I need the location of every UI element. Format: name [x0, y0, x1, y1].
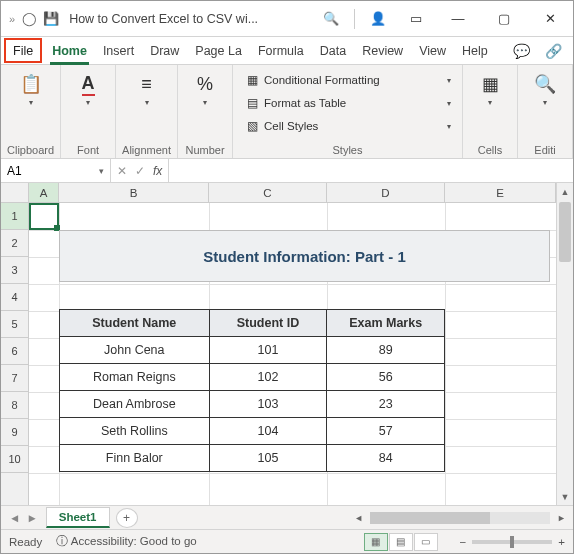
- row-header-8[interactable]: 8: [1, 392, 28, 419]
- cell-id[interactable]: 103: [209, 391, 327, 418]
- col-header-C[interactable]: C: [209, 183, 327, 202]
- cells-canvas[interactable]: Student Information: Part - 1 Student Na…: [29, 203, 556, 505]
- new-sheet-button[interactable]: +: [116, 508, 138, 528]
- cell-marks[interactable]: 23: [327, 391, 445, 418]
- scroll-up-icon[interactable]: ▲: [557, 183, 573, 200]
- account-icon[interactable]: 👤: [359, 1, 397, 37]
- column-headers: A B C D E: [1, 183, 556, 203]
- tab-insert[interactable]: Insert: [95, 37, 142, 64]
- zoom-control[interactable]: − +: [460, 536, 565, 548]
- tab-formulas[interactable]: Formula: [250, 37, 312, 64]
- group-alignment: ≡ ▾ Alignment: [116, 65, 178, 158]
- vertical-scrollbar[interactable]: ▲ ▼: [556, 183, 573, 505]
- group-number: % ▾ Number: [178, 65, 233, 158]
- editing-button[interactable]: 🔍 ▾: [524, 69, 566, 110]
- cell-name[interactable]: Roman Reigns: [60, 364, 210, 391]
- percent-icon: %: [193, 72, 217, 96]
- row-header-7[interactable]: 7: [1, 365, 28, 392]
- maximize-button[interactable]: ▢: [481, 1, 527, 37]
- alignment-button[interactable]: ≡ ▾: [126, 69, 168, 110]
- group-label-number: Number: [185, 142, 224, 156]
- cell-id[interactable]: 101: [209, 337, 327, 364]
- scroll-thumb[interactable]: [559, 202, 571, 262]
- cell-marks[interactable]: 84: [327, 445, 445, 472]
- row-header-6[interactable]: 6: [1, 338, 28, 365]
- name-box-value: A1: [7, 164, 22, 178]
- qat-overflow-icon[interactable]: »: [9, 13, 15, 25]
- status-accessibility[interactable]: ⓘ Accessibility: Good to go: [56, 534, 196, 549]
- cell-name[interactable]: John Cena: [60, 337, 210, 364]
- conditional-formatting-button[interactable]: ▦Conditional Formatting▾: [239, 69, 456, 91]
- row-header-5[interactable]: 5: [1, 311, 28, 338]
- col-header-B[interactable]: B: [59, 183, 209, 202]
- sheet-nav-prev-icon[interactable]: ◄: [9, 512, 20, 524]
- th-id: Student ID: [209, 310, 327, 337]
- sheet-nav-next-icon[interactable]: ►: [26, 512, 37, 524]
- formula-buttons: ✕ ✓ fx: [111, 159, 169, 182]
- hscroll-right-icon[interactable]: ►: [554, 513, 569, 523]
- tab-view[interactable]: View: [411, 37, 454, 64]
- paste-button[interactable]: 📋 ▾: [10, 69, 52, 110]
- th-name: Student Name: [60, 310, 210, 337]
- tab-review[interactable]: Review: [354, 37, 411, 64]
- view-page-break-button[interactable]: ▭: [414, 533, 438, 551]
- cell-id[interactable]: 102: [209, 364, 327, 391]
- cell-id[interactable]: 104: [209, 418, 327, 445]
- tab-help[interactable]: Help: [454, 37, 496, 64]
- cell-styles-button[interactable]: ▧Cell Styles▾: [239, 115, 456, 137]
- cancel-icon[interactable]: ✕: [117, 164, 127, 178]
- sheet-title: Student Information: Part - 1: [59, 230, 550, 282]
- cells-button[interactable]: ▦ ▾: [469, 69, 511, 110]
- horizontal-scrollbar[interactable]: ◄ ►: [351, 512, 573, 524]
- view-normal-button[interactable]: ▦: [364, 533, 388, 551]
- row-header-2[interactable]: 2: [1, 230, 28, 257]
- col-header-E[interactable]: E: [445, 183, 556, 202]
- comments-icon[interactable]: 💬: [505, 37, 537, 65]
- share-icon[interactable]: 🔗: [537, 37, 569, 65]
- row-header-1[interactable]: 1: [1, 203, 28, 230]
- col-header-A[interactable]: A: [29, 183, 59, 202]
- search-icon[interactable]: 🔍: [312, 1, 350, 37]
- sheet-tab-active[interactable]: Sheet1: [46, 507, 110, 528]
- tab-file[interactable]: File: [4, 38, 42, 63]
- select-all-corner[interactable]: [1, 183, 29, 202]
- row-header-9[interactable]: 9: [1, 419, 28, 446]
- minimize-button[interactable]: —: [435, 1, 481, 37]
- row-header-4[interactable]: 4: [1, 284, 28, 311]
- tab-page-layout[interactable]: Page La: [187, 37, 250, 64]
- zoom-slider[interactable]: [472, 540, 552, 544]
- cell-name[interactable]: Dean Ambrose: [60, 391, 210, 418]
- format-as-table-button[interactable]: ▤Format as Table▾: [239, 92, 456, 114]
- tab-draw[interactable]: Draw: [142, 37, 187, 64]
- name-box-dropdown-icon[interactable]: ▾: [99, 166, 104, 176]
- tab-data[interactable]: Data: [312, 37, 354, 64]
- cell-marks[interactable]: 56: [327, 364, 445, 391]
- row-header-3[interactable]: 3: [1, 257, 28, 284]
- hscroll-left-icon[interactable]: ◄: [351, 513, 366, 523]
- name-box[interactable]: A1 ▾: [1, 159, 111, 182]
- col-header-D[interactable]: D: [327, 183, 445, 202]
- cell-marks[interactable]: 89: [327, 337, 445, 364]
- row-header-10[interactable]: 10: [1, 446, 28, 473]
- close-button[interactable]: ✕: [527, 1, 573, 37]
- enter-icon[interactable]: ✓: [135, 164, 145, 178]
- zoom-in-icon[interactable]: +: [558, 536, 565, 548]
- fx-icon[interactable]: fx: [153, 164, 162, 178]
- tab-home[interactable]: Home: [44, 37, 95, 64]
- ribbon-options-icon[interactable]: ▭: [397, 1, 435, 37]
- autosave-icon[interactable]: ◯: [21, 11, 37, 27]
- titlebar: » ◯ 💾 How to Convert Excel to CSV wi... …: [1, 1, 573, 37]
- sheet-tabs-bar: ◄ ► Sheet1 + ◄ ►: [1, 505, 573, 529]
- hscroll-thumb[interactable]: [370, 512, 490, 524]
- formula-input[interactable]: [169, 159, 573, 182]
- number-button[interactable]: % ▾: [184, 69, 226, 110]
- font-button[interactable]: A ▾: [67, 69, 109, 110]
- save-icon[interactable]: 💾: [43, 11, 59, 27]
- zoom-out-icon[interactable]: −: [460, 536, 467, 548]
- view-page-layout-button[interactable]: ▤: [389, 533, 413, 551]
- cell-name[interactable]: Finn Balor: [60, 445, 210, 472]
- cell-marks[interactable]: 57: [327, 418, 445, 445]
- cell-id[interactable]: 105: [209, 445, 327, 472]
- scroll-down-icon[interactable]: ▼: [557, 488, 573, 505]
- cell-name[interactable]: Seth Rollins: [60, 418, 210, 445]
